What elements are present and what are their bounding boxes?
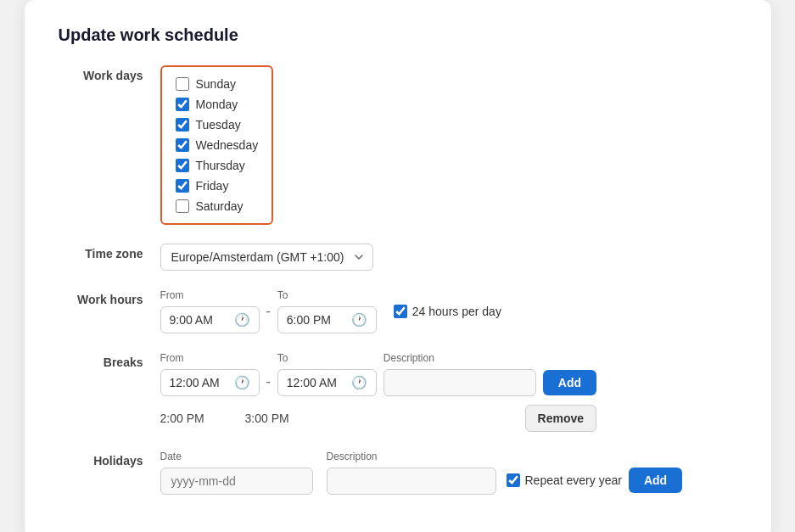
workday-checkbox-sunday[interactable]	[176, 77, 189, 91]
timezone-select[interactable]: Europe/Amsterdam (GMT +1:00)UTCAmerica/N…	[160, 244, 373, 271]
timezone-row: Time zone Europe/Amsterdam (GMT +1:00)UT…	[59, 244, 737, 271]
workday-row-sunday: Sunday	[176, 76, 259, 92]
holidays-desc-col: Description	[327, 451, 496, 495]
workhours-to-col: To 🕐	[277, 289, 377, 333]
holidays-desc-input[interactable]	[327, 468, 496, 495]
breaks-from-input-wrap: 🕐	[160, 369, 260, 396]
workday-checkbox-saturday[interactable]	[176, 199, 189, 213]
workhours-to-input[interactable]	[287, 313, 346, 327]
breaks-existing-row: 2:00 PM 3:00 PM Remove	[160, 405, 597, 432]
holidays-inputs-row: Date Description Repeat every year Add	[160, 451, 683, 495]
workday-label-monday: Monday	[196, 98, 238, 111]
holidays-date-input[interactable]	[160, 468, 313, 495]
workday-label-thursday: Thursday	[196, 159, 245, 172]
breaks-group: From 🕐 - To 🕐 Description	[160, 352, 597, 432]
workday-row-thursday: Thursday	[176, 157, 259, 174]
workday-label-wednesday: Wednesday	[196, 138, 259, 152]
timezone-label: Time zone	[59, 244, 160, 260]
24h-checkbox[interactable]	[394, 305, 407, 318]
workday-checkbox-wednesday[interactable]	[176, 138, 189, 152]
holidays-date-col: Date	[160, 451, 313, 495]
workday-row-friday: Friday	[176, 177, 259, 194]
workday-row-tuesday: Tuesday	[176, 116, 259, 133]
repeat-label: Repeat every year	[525, 473, 622, 487]
breaks-inputs-row: From 🕐 - To 🕐 Description	[160, 352, 597, 396]
holidays-desc-label: Description	[327, 451, 496, 462]
breaks-from-input[interactable]	[170, 376, 229, 389]
breaks-from-clock-icon: 🕐	[234, 375, 250, 390]
workday-row-monday: Monday	[176, 96, 259, 113]
workhours-from-input-wrap: 🕐	[160, 306, 260, 333]
workhours-from-input[interactable]	[170, 313, 229, 327]
break-from-time: 2:00 PM	[160, 412, 245, 425]
breaks-to-input-wrap: 🕐	[277, 369, 377, 396]
breaks-desc-input[interactable]	[384, 369, 536, 396]
workdays-label: Work days	[59, 65, 160, 82]
workday-checkbox-monday[interactable]	[176, 98, 189, 111]
workhours-from-label: From	[160, 289, 260, 301]
breaks-from-label: From	[160, 352, 260, 364]
workday-row-wednesday: Wednesday	[176, 137, 259, 154]
workhours-group: From 🕐 - To 🕐 24 hours per day	[160, 289, 501, 333]
breaks-row: Breaks From 🕐 - To 🕐	[59, 352, 737, 432]
workhours-to-label: To	[277, 289, 377, 301]
24h-checkbox-wrap: 24 hours per day	[394, 305, 501, 318]
breaks-to-input[interactable]	[287, 376, 346, 389]
workday-checkbox-friday[interactable]	[176, 179, 189, 193]
breaks-remove-button[interactable]: Remove	[525, 405, 596, 432]
workhours-row: Work hours From 🕐 - To 🕐 24 hours per da…	[59, 289, 737, 333]
page-title: Update work schedule	[59, 25, 737, 45]
breaks-desc-col: Description Add	[384, 352, 596, 396]
workday-checkbox-thursday[interactable]	[176, 159, 189, 172]
workday-label-tuesday: Tuesday	[196, 118, 241, 132]
repeat-checkbox[interactable]	[507, 473, 520, 487]
workhours-label: Work hours	[59, 289, 160, 306]
24h-label: 24 hours per day	[412, 305, 501, 318]
breaks-to-label: To	[277, 352, 377, 364]
breaks-to-clock-icon: 🕐	[351, 375, 367, 390]
holidays-add-button[interactable]: Add	[629, 468, 682, 493]
breaks-from-col: From 🕐	[160, 352, 260, 396]
workday-checkbox-tuesday[interactable]	[176, 118, 189, 132]
workdays-row: Work days SundayMondayTuesdayWednesdayTh…	[59, 65, 737, 225]
holidays-group: Date Description Repeat every year Add	[160, 451, 683, 495]
workhours-to-clock-icon: 🕐	[351, 312, 367, 328]
breaks-desc-label: Description	[384, 352, 596, 364]
breaks-label: Breaks	[59, 352, 160, 369]
workday-label-sunday: Sunday	[196, 77, 236, 91]
breaks-to-col: To 🕐	[277, 352, 377, 396]
workhours-from-col: From 🕐	[160, 289, 260, 333]
breaks-add-button[interactable]: Add	[543, 370, 596, 395]
workdays-box: SundayMondayTuesdayWednesdayThursdayFrid…	[160, 65, 274, 225]
holidays-label: Holidays	[59, 451, 160, 468]
holidays-row: Holidays Date Description Repeat every y…	[59, 451, 737, 495]
workday-row-saturday: Saturday	[176, 198, 259, 215]
workday-label-friday: Friday	[196, 179, 229, 193]
workhours-to-input-wrap: 🕐	[277, 306, 377, 333]
repeat-checkbox-wrap: Repeat every year	[507, 473, 622, 487]
workhours-dash: -	[266, 304, 271, 319]
holidays-date-label: Date	[160, 451, 313, 462]
break-to-time: 3:00 PM	[245, 412, 330, 425]
workhours-from-clock-icon: 🕐	[234, 312, 250, 328]
workday-label-saturday: Saturday	[196, 199, 244, 213]
update-work-schedule-card: Update work schedule Work days SundayMon…	[25, 0, 771, 532]
breaks-dash: -	[266, 374, 271, 389]
